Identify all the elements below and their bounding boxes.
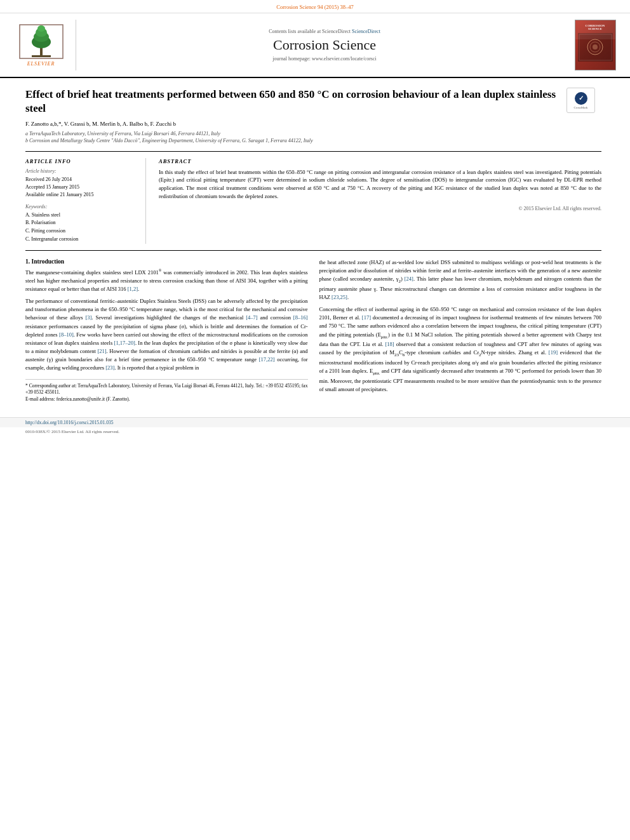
keywords-label: Keywords: xyxy=(25,204,139,210)
copyright: © 2015 Elsevier Ltd. All rights reserved… xyxy=(159,206,601,211)
ref-8-10[interactable]: [8–10] xyxy=(59,331,74,338)
right-column: the heat affected zone (HAZ) of as-welde… xyxy=(319,258,602,403)
ref-4-7[interactable]: [4–7] xyxy=(246,314,257,321)
elsevier-brand: ELSEVIER xyxy=(27,61,55,67)
keyword-1: A. Stainless steel xyxy=(25,211,139,220)
abstract-text: In this study the effect of brief heat t… xyxy=(159,168,601,201)
introduction-heading: 1. Introduction xyxy=(25,258,308,265)
email-name: (F. Zanotto). xyxy=(105,396,130,402)
cover-graphic xyxy=(578,33,613,62)
article-title: Effect of brief heat treatments performe… xyxy=(25,88,601,116)
intro-para-1: The manganese-containing duplex stainles… xyxy=(25,268,308,293)
sciencedirect-link[interactable]: ScienceDirect xyxy=(352,29,380,34)
ref-24[interactable]: [24] xyxy=(405,276,413,282)
main-content: 1. Introduction The manganese-containing… xyxy=(25,258,601,403)
elsevier-logo: ELSEVIER xyxy=(13,20,76,70)
ref-1-2[interactable]: [1,2] xyxy=(128,286,138,292)
svg-point-5 xyxy=(37,25,45,32)
ref-3[interactable]: [3] xyxy=(86,314,92,321)
article-title-section: Effect of brief heat treatments performe… xyxy=(25,88,601,116)
abstract-title: ABSTRACT xyxy=(159,158,601,164)
journal-header: ELSEVIER Contents lists available at Sci… xyxy=(0,13,630,78)
journal-center: Contents lists available at ScienceDirec… xyxy=(83,20,566,70)
article-area: Effect of brief heat treatments performe… xyxy=(0,78,630,412)
keyword-3: C. Pitting corrosion xyxy=(25,227,139,236)
ref-18[interactable]: [18] xyxy=(385,341,394,347)
info-abstract-section: ARTICLE INFO Article history: Received 2… xyxy=(25,151,601,251)
svg-point-11 xyxy=(593,44,598,50)
right-para-1: the heat affected zone (HAZ) of as-welde… xyxy=(319,258,602,302)
journal-homepage: journal homepage: www.elsevier.com/locat… xyxy=(272,56,376,62)
ref-17-22[interactable]: [17,22] xyxy=(259,356,275,363)
accepted-date: Accepted 15 January 2015 xyxy=(25,183,139,191)
ref-21[interactable]: [21] xyxy=(97,348,106,354)
contents-available: Contents lists available at ScienceDirec… xyxy=(269,29,380,34)
affiliations: a TerraAquaTech Laboratory, University o… xyxy=(25,130,601,144)
keyword-4: C. Intergranular corrosion xyxy=(25,236,139,244)
email-link[interactable]: federica.zanotto@unife.it xyxy=(57,396,105,402)
journal-title: Corrosion Science xyxy=(273,37,376,53)
article-info: ARTICLE INFO Article history: Received 2… xyxy=(25,158,146,244)
intro-para-2: The performance of conventional ferritic… xyxy=(25,297,308,373)
authors: F. Zanotto a,b,*, V. Grassi b, M. Merlin… xyxy=(25,121,601,127)
doi-link[interactable]: http://dx.doi.org/10.1016/j.corsci.2015.… xyxy=(25,420,113,425)
crossmark-badge[interactable]: ✓ CrossMark xyxy=(566,88,601,113)
affiliation-a: a TerraAquaTech Laboratory, University o… xyxy=(25,130,601,137)
ref-23[interactable]: [23] xyxy=(105,364,114,371)
elsevier-tree-icon xyxy=(19,24,64,59)
affiliation-b: b Corrosion and Metallurgy Study Centre … xyxy=(25,137,601,144)
article-history-label: Article history: xyxy=(25,168,139,174)
footer-issn: 0010-938X/© 2015 Elsevier Ltd. All right… xyxy=(25,429,119,434)
available-date: Available online 21 January 2015 xyxy=(25,191,139,199)
citation-bar: Corrosion Science 94 (2015) 38–47 xyxy=(0,0,630,13)
keywords-section: Keywords: A. Stainless steel B. Polarisa… xyxy=(25,204,139,244)
ref-19[interactable]: [19] xyxy=(549,349,558,356)
doi-bar: http://dx.doi.org/10.1016/j.corsci.2015.… xyxy=(0,417,630,427)
footnote-email: E-mail address: federica.zanotto@unife.i… xyxy=(25,396,308,403)
ref-8-16[interactable]: [8–16] xyxy=(293,314,308,321)
crossmark-icon: ✓ xyxy=(575,92,587,105)
crossmark-logo[interactable]: ✓ CrossMark xyxy=(566,88,595,113)
received-date: Received 26 July 2014 xyxy=(25,176,139,183)
article-info-title: ARTICLE INFO xyxy=(25,158,139,164)
footer-bar: 0010-938X/© 2015 Elsevier Ltd. All right… xyxy=(0,427,630,436)
ref-1-17-20[interactable]: [1,17–20] xyxy=(114,340,135,346)
citation-text: Corrosion Science 94 (2015) 38–47 xyxy=(276,4,353,10)
ref-17[interactable]: [17] xyxy=(362,314,371,321)
right-para-2: Concerning the effect of isothermal agei… xyxy=(319,305,602,394)
left-column: 1. Introduction The manganese-containing… xyxy=(25,258,308,403)
keyword-2: B. Polarisation xyxy=(25,219,139,227)
journal-cover: CORROSIONSCIENCE xyxy=(573,20,617,70)
cover-image: CORROSIONSCIENCE xyxy=(575,20,616,70)
svg-rect-1 xyxy=(32,55,51,57)
email-label: E-mail address: xyxy=(25,396,57,402)
footnote-section: * Corresponding author at: TerraAquaTech… xyxy=(25,379,308,403)
footnote-corresponding: * Corresponding author at: TerraAquaTech… xyxy=(25,383,308,396)
ref-23-25[interactable]: [23,25] xyxy=(332,294,347,300)
abstract-section: ABSTRACT In this study the effect of bri… xyxy=(156,158,601,244)
